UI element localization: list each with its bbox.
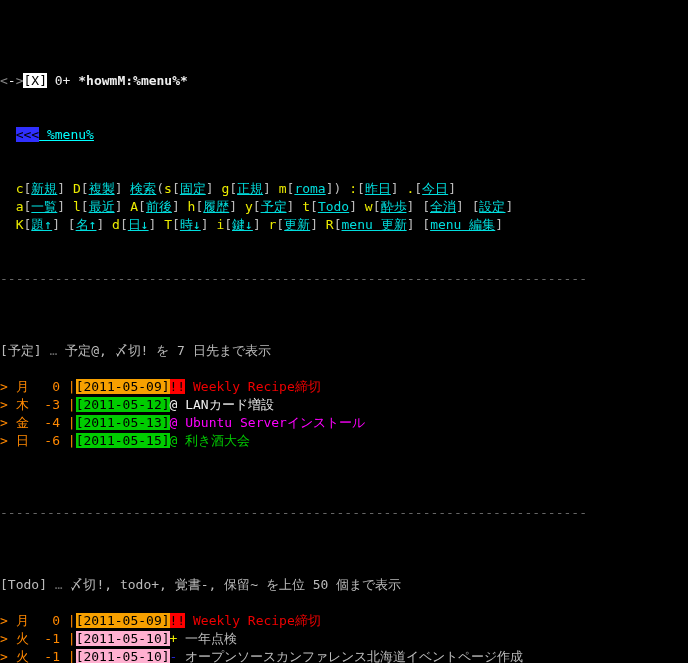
shortcut-label[interactable]: 酔歩	[381, 199, 407, 214]
schedule-header-text: 予定@, 〆切! を 7 日先まで表示	[65, 343, 271, 358]
shortcut-key[interactable]: i	[216, 217, 224, 232]
shortcut-key[interactable]: D	[73, 181, 81, 196]
shortcut-key[interactable]: d	[112, 217, 120, 232]
date-badge: [2011-05-10]	[76, 649, 170, 663]
mark-icon: !!	[170, 613, 186, 628]
shortcut-label[interactable]: 更新	[284, 217, 310, 232]
shortcut-label[interactable]: 題↑	[31, 217, 52, 232]
list-item[interactable]: > 火 -1 |[2011-05-10]- オープンソースカンファレンス北海道イ…	[0, 648, 688, 663]
shortcut-key[interactable]: g	[221, 181, 229, 196]
date-badge: [2011-05-09]	[76, 379, 170, 394]
sep: …	[47, 577, 70, 592]
shortcut-key[interactable]: c	[16, 181, 24, 196]
shortcut-label[interactable]: 前後	[146, 199, 172, 214]
title-prefix: 0+	[55, 73, 78, 88]
date-badge: [2011-05-10]	[76, 631, 170, 646]
list-item[interactable]: > 火 -1 |[2011-05-10]+ 一年点検	[0, 630, 688, 648]
todo-tag: [Todo]	[0, 577, 47, 592]
list-item[interactable]: > 月 0 |[2011-05-09]!! Weekly Recipe締切	[0, 378, 688, 396]
shortcut-label[interactable]: 時↓	[180, 217, 201, 232]
row-prefix: > 火 -1 |	[0, 649, 76, 663]
shortcut-key[interactable]: a	[16, 199, 24, 214]
schedule-section: [予定] … 予定@, 〆切! を 7 日先まで表示 > 月 0 |[2011-…	[0, 324, 688, 468]
shortcut-panel: c[新規] D[複製] 検索(s[固定] g[正規] m[roma]) :[昨日…	[0, 180, 688, 234]
separator: ----------------------------------------…	[0, 270, 688, 288]
todo-section: [Todo] … 〆切!, todo+, 覚書-, 保留~ を上位 50 個まで…	[0, 558, 688, 663]
shortcut-label[interactable]: 鍵↓	[232, 217, 253, 232]
mark-icon: @	[170, 415, 186, 430]
row-prefix: > 月 0 |	[0, 613, 76, 628]
list-item[interactable]: > 金 -4 |[2011-05-13]@ Ubuntu Serverインストー…	[0, 414, 688, 432]
mark-icon: !!	[170, 379, 186, 394]
date-badge: [2011-05-09]	[76, 613, 170, 628]
menu-label: %menu%	[39, 127, 94, 142]
shortcut-label[interactable]: 検索	[130, 181, 156, 196]
list-item[interactable]: > 月 0 |[2011-05-09]!! Weekly Recipe締切	[0, 612, 688, 630]
schedule-tag: [予定]	[0, 343, 42, 358]
shortcut-key[interactable]: m	[279, 181, 287, 196]
date-badge: [2011-05-13]	[76, 415, 170, 430]
shortcut-label[interactable]: 新規	[31, 181, 57, 196]
shortcut-key[interactable]: T	[164, 217, 172, 232]
shortcut-label[interactable]: menu 更新	[342, 217, 407, 232]
shortcut-label[interactable]: 日↓	[128, 217, 149, 232]
shortcut-label[interactable]: roma	[294, 181, 325, 196]
date-badge: [2011-05-12]	[76, 397, 170, 412]
shortcut-key[interactable]: r	[269, 217, 277, 232]
shortcut-key[interactable]: K	[16, 217, 24, 232]
mark-icon: +	[170, 631, 186, 646]
shortcut-label[interactable]: menu 編集	[430, 217, 495, 232]
mark-icon: @	[170, 397, 186, 412]
shortcut-label[interactable]: 予定	[261, 199, 287, 214]
shortcut-label[interactable]: 一覧	[31, 199, 57, 214]
shortcut-label[interactable]: 最近	[89, 199, 115, 214]
shortcut-label[interactable]: 名↑	[76, 217, 97, 232]
shortcut-key[interactable]: s	[164, 181, 172, 196]
mark-icon: @	[170, 433, 186, 448]
item-text: LANカード増設	[185, 397, 273, 412]
shortcut-key[interactable]: t	[302, 199, 310, 214]
item-text: 利き酒大会	[185, 433, 250, 448]
arrows-icon: <<<	[16, 127, 39, 142]
title-bar: <->[X] 0+ *howmM:%menu%*	[0, 72, 688, 90]
shortcut-label[interactable]: 固定	[180, 181, 206, 196]
shortcut-label[interactable]: 履歴	[203, 199, 229, 214]
row-prefix: > 金 -4 |	[0, 415, 76, 430]
item-text: Ubuntu Serverインストール	[185, 415, 365, 430]
shortcut-label[interactable]: 昨日	[365, 181, 391, 196]
shortcut-key[interactable]: .	[407, 181, 415, 196]
date-badge: [2011-05-15]	[76, 433, 170, 448]
shortcut-key[interactable]: A	[130, 199, 138, 214]
item-text: 一年点検	[185, 631, 237, 646]
shortcut-key[interactable]: w	[365, 199, 373, 214]
item-text: Weekly Recipe締切	[185, 379, 321, 394]
row-prefix: > 日 -6 |	[0, 433, 76, 448]
shortcut-key[interactable]: y	[245, 199, 253, 214]
mark-icon: -	[170, 649, 186, 663]
buffer-name: *howmM:%menu%*	[78, 73, 188, 88]
shortcut-label[interactable]: 全消	[430, 199, 456, 214]
shortcut-key[interactable]: h	[188, 199, 196, 214]
list-item[interactable]: > 木 -3 |[2011-05-12]@ LANカード増設	[0, 396, 688, 414]
item-text: オープンソースカンファレンス北海道イベントページ作成	[185, 649, 523, 663]
shortcut-label[interactable]: Todo	[318, 199, 349, 214]
shortcut-key[interactable]: R	[326, 217, 334, 232]
menu-anchor[interactable]: <<< %menu%	[0, 126, 688, 144]
shortcut-key[interactable]: l	[73, 199, 81, 214]
separator: ----------------------------------------…	[0, 504, 688, 522]
shortcut-label[interactable]: 正規	[237, 181, 263, 196]
shortcut-label[interactable]: 設定	[479, 199, 505, 214]
sep: …	[42, 343, 65, 358]
row-prefix: > 火 -1 |	[0, 631, 76, 646]
shortcut-label[interactable]: 今日	[422, 181, 448, 196]
shortcut-label[interactable]: 複製	[89, 181, 115, 196]
list-item[interactable]: > 日 -6 |[2011-05-15]@ 利き酒大会	[0, 432, 688, 450]
row-prefix: > 月 0 |	[0, 379, 76, 394]
row-prefix: > 木 -3 |	[0, 397, 76, 412]
shortcut-key[interactable]: :	[349, 181, 357, 196]
todo-header-text: 〆切!, todo+, 覚書-, 保留~ を上位 50 個まで表示	[70, 577, 401, 592]
item-text: Weekly Recipe締切	[185, 613, 321, 628]
